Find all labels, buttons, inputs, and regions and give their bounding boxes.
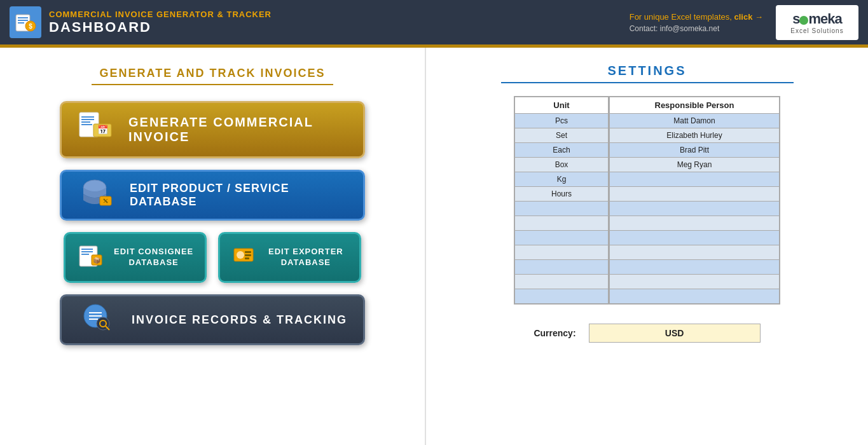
person-row-11[interactable]: [609, 260, 780, 275]
person-row-8[interactable]: [609, 216, 780, 231]
svg-rect-10: [81, 124, 92, 125]
svg-rect-7: [81, 116, 94, 118]
person-row-9[interactable]: [609, 231, 780, 245]
tracking-icon: [74, 298, 119, 342]
person-row-10[interactable]: [609, 245, 780, 260]
unit-row-1[interactable]: Pcs: [514, 114, 609, 128]
person-header: Responsible Person: [609, 97, 780, 114]
app-subtitle: COMMERCIAL INVOICE GENERATOR & TRACKER: [49, 10, 272, 19]
unit-row-4[interactable]: Box: [514, 158, 609, 172]
settings-title: SETTINGS: [607, 64, 686, 78]
svg-rect-2: [18, 20, 28, 21]
currency-value[interactable]: USD: [589, 324, 761, 343]
person-row-5[interactable]: [609, 172, 780, 187]
svg-text:$: $: [29, 23, 32, 30]
svg-rect-20: [81, 254, 89, 255]
svg-text:📅: 📅: [97, 125, 109, 135]
svg-rect-31: [89, 318, 98, 320]
settings-divider: [501, 82, 794, 83]
unit-row-6[interactable]: Hours: [514, 187, 609, 202]
exporter-icon: [229, 241, 261, 274]
svg-rect-26: [245, 254, 251, 256]
header-right: For unique Excel templates, click → Cont…: [630, 5, 858, 40]
generate-invoice-icon: 📅: [74, 106, 116, 153]
svg-rect-19: [81, 251, 93, 252]
unit-row-3[interactable]: Each: [514, 143, 609, 158]
unit-row-13[interactable]: [514, 289, 609, 304]
generate-invoice-label: GENERATE COMMERCIAL INVOICE: [128, 115, 350, 144]
unit-row-7[interactable]: [514, 202, 609, 216]
unit-row-9[interactable]: [514, 231, 609, 245]
svg-rect-3: [18, 22, 24, 24]
currency-label: Currency:: [534, 328, 575, 338]
edit-exporter-button[interactable]: EDIT EXPORTERDATABASE: [218, 232, 361, 283]
logo-sub: Excel Solutions: [790, 27, 843, 34]
person-row-4[interactable]: Meg Ryan: [609, 158, 780, 172]
tracking-label: INVOICE RECORDS & TRACKING: [132, 313, 347, 327]
edit-product-icon: [74, 174, 117, 217]
app-icon: $: [10, 6, 41, 38]
person-row-6[interactable]: [609, 187, 780, 202]
generate-invoice-button[interactable]: 📅 GENERATE COMMERCIAL INVOICE: [60, 101, 365, 158]
cta-text: For unique Excel templates, click →: [630, 12, 763, 22]
person-row-3[interactable]: Brad Pitt: [609, 143, 780, 158]
consignee-icon: 📦: [74, 241, 106, 274]
person-row-13[interactable]: [609, 289, 780, 304]
settings-table: Unit Pcs Set Each Box Kg Hours Responsib…: [514, 96, 780, 305]
person-row-12[interactable]: [609, 275, 780, 289]
section-divider: [92, 84, 333, 85]
header-titles: COMMERCIAL INVOICE GENERATOR & TRACKER D…: [49, 10, 272, 36]
unit-row-11[interactable]: [514, 260, 609, 275]
person-column: Responsible Person Matt Damon Elizabeth …: [609, 96, 780, 305]
svg-rect-29: [89, 312, 102, 313]
svg-rect-9: [81, 121, 90, 123]
right-panel: SETTINGS Unit Pcs Set Each Box Kg Hours: [426, 48, 868, 445]
unit-row-12[interactable]: [514, 275, 609, 289]
unit-row-2[interactable]: Set: [514, 128, 609, 143]
edit-product-button[interactable]: EDIT PRODUCT / SERVICE DATABASE: [60, 170, 365, 221]
invoice-tracking-button[interactable]: INVOICE RECORDS & TRACKING: [60, 294, 365, 345]
unit-row-8[interactable]: [514, 216, 609, 231]
svg-rect-27: [245, 257, 249, 259]
edit-consignee-button[interactable]: 📦 EDIT CONSIGNEEDATABASE: [64, 232, 207, 283]
section-title: GENERATE AND TRACK INVOICES: [99, 67, 325, 80]
left-panel: GENERATE AND TRACK INVOICES 📅 GENERATE C…: [0, 48, 426, 445]
person-row-2[interactable]: Elizabeth Hurley: [609, 128, 780, 143]
svg-rect-25: [245, 251, 251, 253]
unit-row-5[interactable]: Kg: [514, 172, 609, 187]
app-title: DASHBOARD: [49, 19, 272, 36]
header-left: $ COMMERCIAL INVOICE GENERATOR & TRACKER…: [10, 6, 272, 38]
consignee-label: EDIT CONSIGNEEDATABASE: [114, 247, 193, 268]
svg-rect-1: [18, 17, 28, 18]
main-content: GENERATE AND TRACK INVOICES 📅 GENERATE C…: [0, 48, 868, 445]
unit-column: Unit Pcs Set Each Box Kg Hours: [514, 96, 609, 305]
svg-rect-18: [81, 249, 93, 250]
svg-rect-30: [89, 315, 102, 317]
currency-row: Currency: USD: [534, 324, 760, 343]
unit-row-10[interactable]: [514, 245, 609, 260]
svg-rect-8: [81, 119, 94, 120]
person-row-1[interactable]: Matt Damon: [609, 114, 780, 128]
edit-product-label: EDIT PRODUCT / SERVICE DATABASE: [130, 182, 350, 209]
unit-header: Unit: [514, 97, 609, 114]
database-buttons-row: 📦 EDIT CONSIGNEEDATABASE EDIT EXPORTERDA…: [64, 232, 361, 283]
header-cta[interactable]: For unique Excel templates, click → Cont…: [630, 11, 763, 34]
app-header: $ COMMERCIAL INVOICE GENERATOR & TRACKER…: [0, 0, 868, 44]
svg-point-24: [237, 251, 244, 259]
svg-text:📦: 📦: [93, 256, 101, 264]
person-row-7[interactable]: [609, 202, 780, 216]
someka-logo: smeka Excel Solutions: [776, 5, 858, 40]
contact-text: Contact: info@someka.net: [630, 24, 720, 33]
exporter-label: EDIT EXPORTERDATABASE: [268, 247, 343, 268]
